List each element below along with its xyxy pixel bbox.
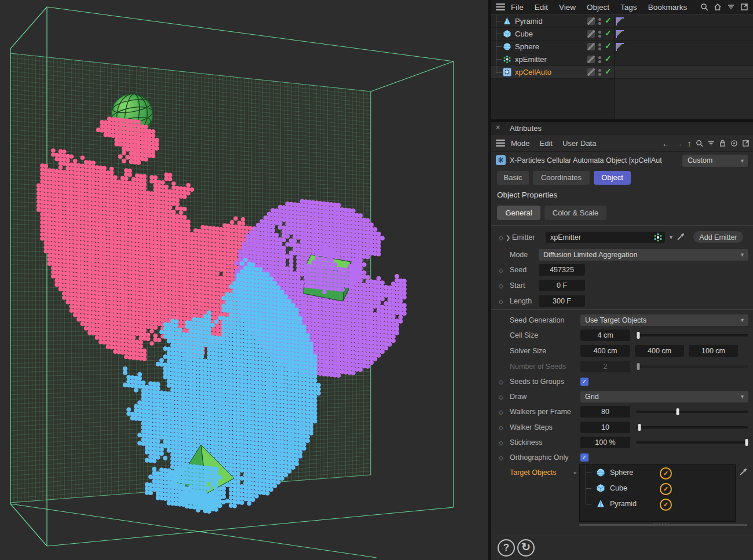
draw-dropdown[interactable]: Grid▼ (580, 391, 748, 402)
expand-chevron-icon[interactable]: ❯ (506, 234, 510, 240)
edit-toggle[interactable] (587, 56, 595, 63)
filter-icon[interactable] (707, 140, 715, 147)
list-resize-handle[interactable] (579, 524, 747, 526)
visibility-dots[interactable] (598, 30, 601, 39)
enabled-badge-icon[interactable]: ✓ (660, 483, 672, 495)
edit-toggle[interactable] (587, 68, 595, 76)
menu-file[interactable]: File (511, 3, 524, 12)
seeds-to-groups-checkbox[interactable]: ✓ (580, 378, 588, 386)
edit-toggle[interactable] (587, 43, 595, 50)
search-icon[interactable] (696, 140, 703, 147)
chevron-down-icon[interactable]: ⌄ (572, 468, 577, 475)
mode-dropdown[interactable]: Diffusion Limited Aggregation▼ (539, 249, 748, 261)
back-arrow-icon[interactable]: ← (662, 139, 671, 148)
subtab-color-scale[interactable]: Color & Scale (544, 206, 606, 220)
stickiness-slider[interactable] (636, 441, 748, 444)
layer-flag-icon[interactable] (616, 17, 624, 25)
walker-steps-slider[interactable] (636, 426, 748, 429)
keyframe-diamond-icon[interactable]: ◇ (499, 234, 503, 240)
reset-button[interactable]: ↻ (517, 539, 535, 557)
edit-toggle[interactable] (587, 30, 595, 38)
target-row-pyramid[interactable]: Pyramid ✓ (580, 496, 735, 512)
search-icon[interactable] (700, 3, 708, 11)
hamburger-icon[interactable] (496, 2, 505, 12)
enabled-badge-icon[interactable]: ✓ (660, 467, 672, 480)
cell-size-field[interactable]: 4 cm (580, 330, 630, 341)
keyframe-diamond-icon[interactable]: ◇ (499, 393, 503, 400)
emitter-dropdown-arrow[interactable]: ▼ (668, 235, 674, 240)
length-field[interactable]: 300 F (539, 295, 585, 307)
attr-menu-mode[interactable]: Mode (511, 139, 530, 148)
enable-check-icon[interactable]: ✓ (605, 41, 612, 50)
orthographic-only-checkbox[interactable]: ✓ (580, 453, 588, 462)
object-row-pyramid[interactable]: Pyramid ✓ (491, 15, 753, 28)
walker-steps-field[interactable]: 10 (580, 422, 630, 433)
menu-edit[interactable]: Edit (535, 3, 548, 12)
hamburger-icon[interactable] (496, 138, 505, 148)
menu-object[interactable]: Object (587, 3, 609, 12)
seed-generation-dropdown[interactable]: Use Target Objects▼ (580, 314, 748, 326)
subtab-general[interactable]: General (497, 206, 540, 220)
visibility-dots[interactable] (598, 42, 601, 52)
keyframe-diamond-icon[interactable]: ◇ (499, 424, 503, 430)
column-divider[interactable] (614, 15, 615, 119)
attr-menu-edit[interactable]: Edit (540, 139, 553, 148)
cell-size-slider[interactable] (636, 334, 748, 336)
eyedropper-icon[interactable] (677, 232, 686, 241)
up-arrow-icon[interactable]: ↑ (688, 139, 692, 148)
object-row-cube[interactable]: Cube ✓ (491, 28, 753, 41)
target-row-cube[interactable]: Cube ✓ (580, 481, 735, 496)
forward-arrow-icon[interactable]: → (675, 139, 683, 148)
enable-check-icon[interactable]: ✓ (605, 67, 612, 76)
keyframe-diamond-icon[interactable]: ◇ (499, 298, 503, 304)
edit-toggle[interactable] (587, 17, 595, 25)
enable-check-icon[interactable]: ✓ (605, 16, 612, 25)
menu-tags[interactable]: Tags (620, 3, 637, 12)
solver-size-z-field[interactable]: 100 cm (689, 345, 738, 357)
keyframe-diamond-icon[interactable]: ◇ (499, 454, 503, 460)
external-window-icon[interactable] (742, 140, 750, 147)
start-field[interactable]: 0 F (539, 280, 585, 291)
object-row-xpemitter[interactable]: xpEmitter ✓ (491, 53, 753, 66)
filter-icon[interactable] (727, 3, 735, 11)
visibility-dots[interactable] (598, 68, 601, 77)
enabled-badge-icon[interactable]: ✓ (660, 499, 672, 511)
seed-field[interactable]: 457325 (539, 264, 585, 276)
enable-check-icon[interactable]: ✓ (605, 54, 612, 63)
external-window-icon[interactable] (740, 3, 748, 11)
eyedropper-icon[interactable] (739, 467, 748, 476)
object-row-sphere[interactable]: Sphere ✓ (491, 41, 753, 53)
target-objects-list[interactable]: Sphere ✓ Cube ✓ Pyramid ✓ (579, 464, 736, 522)
home-icon[interactable] (714, 3, 722, 11)
keyframe-diamond-icon[interactable]: ◇ (499, 408, 503, 415)
tab-basic[interactable]: Basic (497, 171, 529, 185)
visibility-dots[interactable] (598, 55, 601, 64)
viewport-3d[interactable] (0, 0, 488, 560)
walkers-per-frame-field[interactable]: 80 (580, 406, 630, 418)
visibility-dots[interactable] (598, 17, 601, 26)
solver-size-x-field[interactable]: 400 cm (580, 345, 630, 357)
layer-flag-icon[interactable] (616, 30, 624, 38)
object-row-xpcellauto[interactable]: xpCellAuto ✓ (491, 66, 753, 79)
menu-view[interactable]: View (559, 3, 576, 12)
solver-size-y-field[interactable]: 400 cm (635, 345, 684, 357)
keyframe-diamond-icon[interactable]: ◇ (499, 266, 503, 273)
keyframe-diamond-icon[interactable]: ◇ (499, 439, 503, 445)
target-icon[interactable] (730, 140, 738, 147)
enable-check-icon[interactable]: ✓ (605, 28, 612, 38)
attr-menu-userdata[interactable]: User Data (562, 139, 597, 148)
walkers-per-frame-slider[interactable] (636, 411, 748, 413)
help-button[interactable]: ? (498, 539, 515, 557)
keyframe-diamond-icon[interactable]: ◇ (499, 378, 503, 385)
add-emitter-button[interactable]: Add Emitter (693, 230, 744, 243)
tab-object[interactable]: Object (594, 171, 631, 185)
target-row-sphere[interactable]: Sphere ✓ (580, 465, 735, 481)
menu-bookmarks[interactable]: Bookmarks (648, 3, 688, 12)
preset-dropdown[interactable]: Custom▼ (682, 155, 748, 167)
tab-coordinates[interactable]: Coordinates (533, 171, 590, 185)
close-icon[interactable]: ✕ (495, 124, 500, 131)
emitter-field[interactable]: xpEmitter (546, 232, 665, 243)
layer-flag-icon[interactable] (616, 43, 624, 51)
stickiness-field[interactable]: 100 % (580, 437, 630, 448)
keyframe-diamond-icon[interactable]: ◇ (499, 282, 503, 288)
